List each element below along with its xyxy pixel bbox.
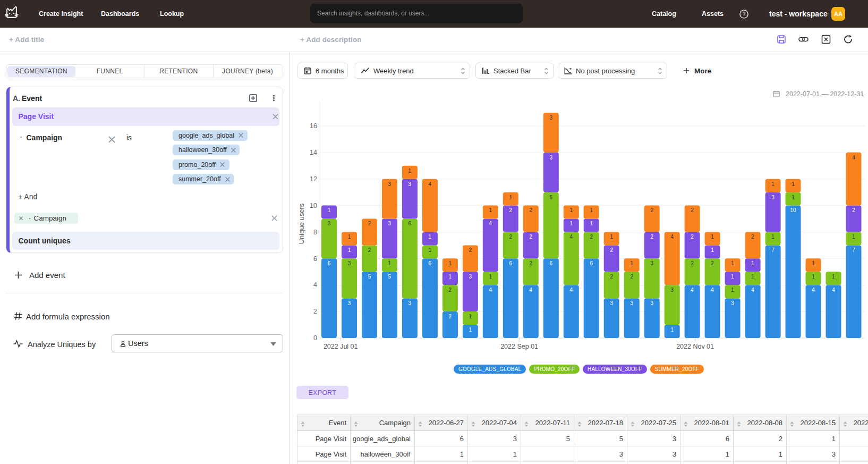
svg-text:3: 3 (348, 260, 351, 266)
svg-text:4: 4 (313, 281, 317, 289)
svg-text:7: 7 (852, 247, 855, 253)
svg-text:1: 1 (812, 274, 815, 280)
svg-text:4: 4 (530, 287, 533, 293)
svg-text:3: 3 (388, 181, 392, 187)
svg-text:3: 3 (348, 300, 351, 306)
svg-text:6: 6 (313, 255, 317, 263)
svg-text:Unique users: Unique users (297, 203, 305, 244)
svg-text:4: 4 (812, 287, 815, 293)
svg-text:2: 2 (469, 247, 472, 253)
svg-text:4: 4 (691, 287, 694, 293)
svg-text:1: 1 (852, 234, 855, 240)
svg-text:3: 3 (550, 155, 553, 161)
svg-text:3: 3 (409, 300, 412, 306)
svg-text:1: 1 (509, 195, 513, 200)
svg-text:6: 6 (509, 260, 513, 266)
svg-text:5: 5 (388, 274, 392, 280)
svg-text:5: 5 (368, 274, 371, 280)
svg-text:1: 1 (771, 234, 775, 240)
svg-text:1: 1 (429, 247, 432, 253)
svg-text:2: 2 (751, 234, 754, 240)
svg-text:1: 1 (328, 207, 331, 213)
svg-text:0: 0 (313, 334, 317, 342)
svg-text:1: 1 (449, 260, 452, 266)
svg-text:2: 2 (530, 207, 533, 213)
svg-text:2022 Jul 01: 2022 Jul 01 (324, 343, 358, 350)
svg-text:1: 1 (570, 221, 573, 226)
svg-text:2: 2 (691, 207, 694, 213)
svg-text:2: 2 (530, 234, 533, 240)
svg-text:4: 4 (711, 287, 714, 293)
svg-text:2: 2 (711, 260, 714, 266)
svg-text:1: 1 (832, 274, 835, 280)
svg-text:1: 1 (792, 195, 795, 200)
svg-text:3: 3 (650, 300, 653, 306)
svg-text:6: 6 (429, 260, 432, 266)
svg-text:1: 1 (731, 260, 734, 266)
svg-text:5: 5 (550, 195, 553, 200)
svg-text:2: 2 (449, 287, 452, 293)
svg-text:1: 1 (670, 327, 674, 333)
svg-text:6: 6 (409, 221, 412, 226)
svg-text:1: 1 (449, 274, 452, 280)
svg-text:4: 4 (670, 234, 674, 240)
svg-text:1: 1 (469, 314, 472, 319)
svg-text:4: 4 (852, 155, 855, 161)
svg-text:3: 3 (409, 181, 412, 187)
svg-text:1: 1 (388, 260, 392, 266)
svg-text:2: 2 (630, 274, 633, 280)
svg-text:1: 1 (570, 207, 573, 213)
svg-text:4: 4 (429, 181, 432, 187)
svg-text:4: 4 (570, 234, 573, 240)
svg-text:6: 6 (590, 260, 593, 266)
svg-text:2: 2 (650, 234, 653, 240)
svg-text:3: 3 (388, 221, 392, 226)
svg-text:1: 1 (731, 274, 734, 280)
svg-text:2: 2 (509, 234, 513, 240)
svg-text:10: 10 (310, 202, 317, 209)
svg-text:1: 1 (409, 168, 412, 174)
svg-text:1: 1 (429, 234, 432, 240)
svg-text:2: 2 (530, 260, 533, 266)
svg-text:1: 1 (711, 247, 714, 253)
svg-text:2: 2 (368, 247, 371, 253)
svg-text:3: 3 (771, 195, 775, 200)
svg-text:1: 1 (731, 287, 734, 293)
svg-text:3: 3 (550, 115, 553, 121)
svg-text:12: 12 (310, 175, 317, 183)
svg-text:2: 2 (691, 260, 694, 266)
svg-text:6: 6 (550, 260, 553, 266)
svg-text:1: 1 (489, 274, 492, 280)
svg-text:2022 Nov 01: 2022 Nov 01 (676, 343, 714, 350)
svg-text:4: 4 (570, 287, 573, 293)
svg-text:3: 3 (630, 300, 633, 306)
svg-text:2: 2 (691, 234, 694, 240)
svg-text:3: 3 (469, 274, 472, 280)
svg-text:2: 2 (852, 207, 855, 213)
svg-text:10: 10 (790, 207, 796, 213)
svg-text:2: 2 (368, 221, 371, 226)
svg-text:1: 1 (711, 234, 714, 240)
svg-text:4: 4 (489, 287, 492, 293)
svg-text:1: 1 (348, 247, 351, 253)
svg-text:4: 4 (751, 287, 754, 293)
svg-text:3: 3 (328, 221, 331, 226)
svg-text:1: 1 (590, 207, 593, 213)
svg-text:3: 3 (610, 300, 613, 306)
svg-text:2: 2 (650, 207, 653, 213)
svg-text:2: 2 (449, 314, 452, 319)
svg-text:16: 16 (310, 122, 317, 130)
svg-text:1: 1 (771, 181, 775, 187)
svg-text:2: 2 (610, 247, 613, 253)
svg-text:2022 Sep 01: 2022 Sep 01 (500, 343, 538, 350)
svg-text:8: 8 (313, 229, 317, 236)
svg-text:1: 1 (751, 274, 754, 280)
svg-text:14: 14 (310, 149, 317, 156)
svg-text:2: 2 (509, 207, 513, 213)
svg-text:1: 1 (630, 260, 633, 266)
svg-text:1: 1 (610, 234, 613, 240)
svg-text:4: 4 (832, 287, 835, 293)
svg-text:1: 1 (469, 327, 472, 333)
svg-text:3: 3 (670, 287, 674, 293)
svg-text:7: 7 (771, 247, 775, 253)
